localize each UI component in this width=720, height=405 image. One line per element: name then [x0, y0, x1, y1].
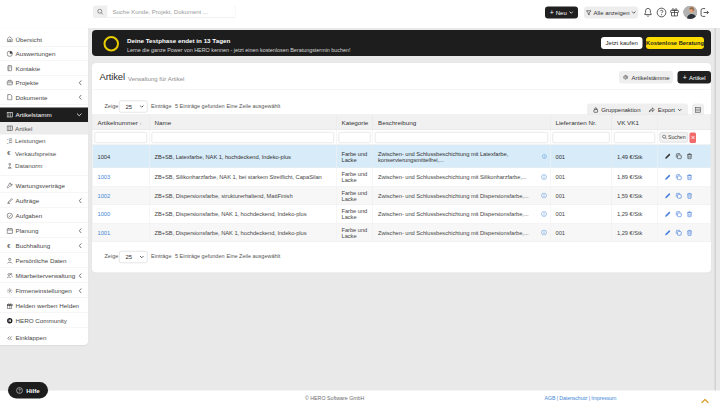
svg-text:€: € [7, 150, 11, 156]
svg-text:2: 2 [7, 142, 9, 144]
svg-text:€: € [7, 243, 11, 249]
svg-text:1: 1 [7, 138, 9, 141]
